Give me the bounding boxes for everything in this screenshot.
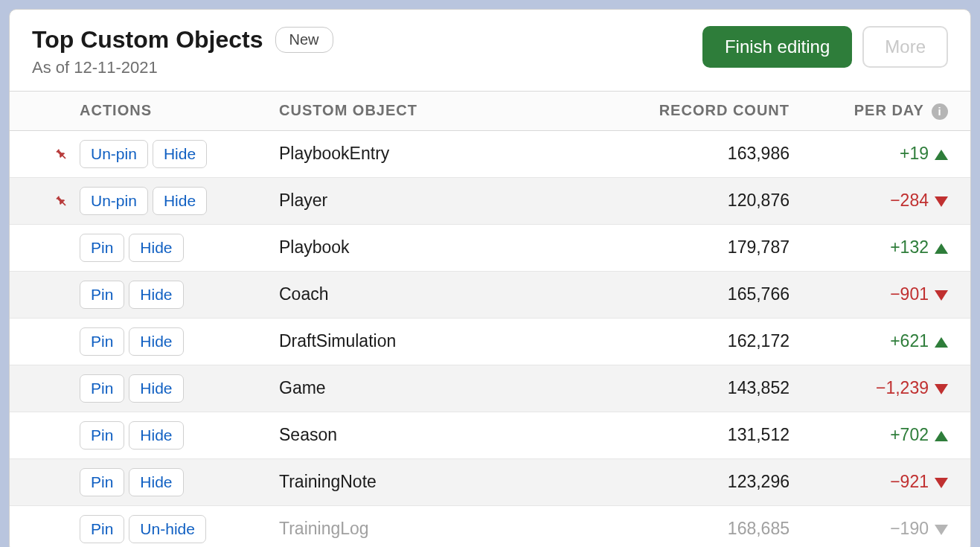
pin-cell bbox=[10, 271, 77, 318]
per-day-cell: +19 bbox=[798, 130, 970, 177]
unpin-button[interactable]: Un-pin bbox=[80, 140, 148, 168]
table-row: Un-pinHidePlaybookEntry163,986+19 bbox=[10, 130, 970, 177]
arrow-up-icon bbox=[935, 150, 948, 160]
arrow-down-icon bbox=[935, 478, 948, 488]
table-row: Un-pinHidePlayer120,876−284 bbox=[10, 177, 970, 224]
object-name: TrainingNote bbox=[270, 458, 612, 505]
arrow-down-icon bbox=[935, 290, 948, 301]
pin-cell bbox=[10, 130, 77, 177]
table-row: PinHideTrainingNote123,296−921 bbox=[10, 458, 970, 505]
table-row: PinUn-hideTrainingLog168,685−190 bbox=[10, 505, 970, 547]
actions-cell: PinHide bbox=[77, 365, 270, 412]
hide-button[interactable]: Hide bbox=[129, 327, 183, 356]
col-actions-header: ACTIONS bbox=[77, 92, 270, 131]
per-day-cell: +702 bbox=[798, 412, 970, 458]
hide-button[interactable]: Hide bbox=[129, 468, 183, 496]
actions-cell: PinHide bbox=[77, 458, 270, 505]
pin-cell bbox=[10, 365, 77, 412]
hide-button[interactable]: Hide bbox=[129, 374, 183, 403]
record-count: 179,787 bbox=[612, 224, 798, 271]
unhide-button[interactable]: Un-hide bbox=[129, 515, 206, 543]
hide-button[interactable]: Hide bbox=[129, 234, 183, 262]
col-perday-header: PER DAY i bbox=[798, 92, 970, 131]
per-day-cell: +621 bbox=[798, 318, 970, 365]
per-day-cell: −921 bbox=[798, 458, 970, 505]
record-count: 143,852 bbox=[612, 365, 798, 412]
record-count: 162,172 bbox=[612, 318, 798, 365]
arrow-down-icon bbox=[935, 384, 948, 394]
actions-cell: PinUn-hide bbox=[77, 505, 270, 547]
pin-cell bbox=[10, 224, 77, 271]
pin-button[interactable]: Pin bbox=[80, 515, 124, 543]
pin-cell bbox=[10, 177, 77, 224]
pin-button[interactable]: Pin bbox=[80, 281, 124, 309]
record-count: 163,986 bbox=[612, 130, 798, 177]
arrow-up-icon bbox=[935, 337, 948, 348]
card-header: Top Custom Objects New As of 12-11-2021 … bbox=[10, 10, 970, 91]
object-name: DraftSimulation bbox=[270, 318, 612, 365]
unpin-button[interactable]: Un-pin bbox=[80, 187, 148, 215]
object-name: Game bbox=[270, 365, 612, 412]
pin-cell bbox=[10, 505, 77, 547]
actions-cell: PinHide bbox=[77, 271, 270, 318]
pin-button[interactable]: Pin bbox=[80, 374, 124, 403]
info-icon[interactable]: i bbox=[932, 103, 948, 120]
as-of-date: As of 12-11-2021 bbox=[32, 58, 333, 77]
table-row: PinHideSeason131,512+702 bbox=[10, 412, 970, 458]
pin-button[interactable]: Pin bbox=[80, 421, 124, 450]
record-count: 123,296 bbox=[612, 458, 798, 505]
finish-editing-button[interactable]: Finish editing bbox=[702, 26, 852, 68]
per-day-cell: −190 bbox=[798, 505, 970, 547]
arrow-down-icon bbox=[935, 196, 948, 207]
pin-button[interactable]: Pin bbox=[80, 468, 124, 496]
record-count: 168,685 bbox=[612, 505, 798, 547]
page-title: Top Custom Objects bbox=[32, 26, 263, 54]
delta-up: +19 bbox=[900, 144, 929, 163]
actions-cell: PinHide bbox=[77, 412, 270, 458]
pin-icon bbox=[54, 191, 69, 210]
more-button[interactable]: More bbox=[862, 26, 948, 68]
per-day-cell: +132 bbox=[798, 224, 970, 271]
pin-button[interactable]: Pin bbox=[80, 327, 124, 356]
object-name: Player bbox=[270, 177, 612, 224]
delta-muted: −190 bbox=[890, 519, 929, 538]
table-row: PinHideGame143,852−1,239 bbox=[10, 365, 970, 412]
delta-down: −921 bbox=[890, 472, 929, 491]
hide-button[interactable]: Hide bbox=[129, 281, 183, 309]
delta-down: −901 bbox=[890, 284, 929, 304]
object-name: TrainingLog bbox=[270, 505, 612, 547]
arrow-up-icon bbox=[935, 431, 948, 441]
table-row: PinHideCoach165,766−901 bbox=[10, 271, 970, 318]
actions-cell: Un-pinHide bbox=[77, 177, 270, 224]
delta-up: +621 bbox=[890, 331, 929, 351]
arrow-up-icon bbox=[935, 243, 948, 254]
object-name: Coach bbox=[270, 271, 612, 318]
hide-button[interactable]: Hide bbox=[129, 421, 183, 450]
hide-button[interactable]: Hide bbox=[153, 140, 207, 168]
object-name: PlaybookEntry bbox=[270, 130, 612, 177]
custom-objects-table: ACTIONS CUSTOM OBJECT RECORD COUNT PER D… bbox=[10, 91, 970, 547]
actions-cell: Un-pinHide bbox=[77, 130, 270, 177]
pin-cell bbox=[10, 318, 77, 365]
record-count: 120,876 bbox=[612, 177, 798, 224]
delta-up: +702 bbox=[890, 425, 929, 444]
per-day-cell: −901 bbox=[798, 271, 970, 318]
header-left: Top Custom Objects New As of 12-11-2021 bbox=[32, 26, 333, 77]
pin-cell bbox=[10, 412, 77, 458]
hide-button[interactable]: Hide bbox=[153, 187, 207, 215]
col-object-header: CUSTOM OBJECT bbox=[270, 92, 612, 131]
delta-up: +132 bbox=[890, 237, 929, 257]
object-name: Playbook bbox=[270, 224, 612, 271]
header-actions: Finish editing More bbox=[702, 26, 948, 68]
arrow-down-icon bbox=[935, 525, 948, 535]
table-row: PinHideDraftSimulation162,172+621 bbox=[10, 318, 970, 365]
delta-down: −1,239 bbox=[876, 378, 929, 397]
pin-icon bbox=[54, 144, 69, 163]
record-count: 131,512 bbox=[612, 412, 798, 458]
record-count: 165,766 bbox=[612, 271, 798, 318]
pin-cell bbox=[10, 458, 77, 505]
actions-cell: PinHide bbox=[77, 224, 270, 271]
per-day-cell: −1,239 bbox=[798, 365, 970, 412]
perday-label: PER DAY bbox=[854, 102, 924, 118]
pin-button[interactable]: Pin bbox=[80, 234, 124, 262]
